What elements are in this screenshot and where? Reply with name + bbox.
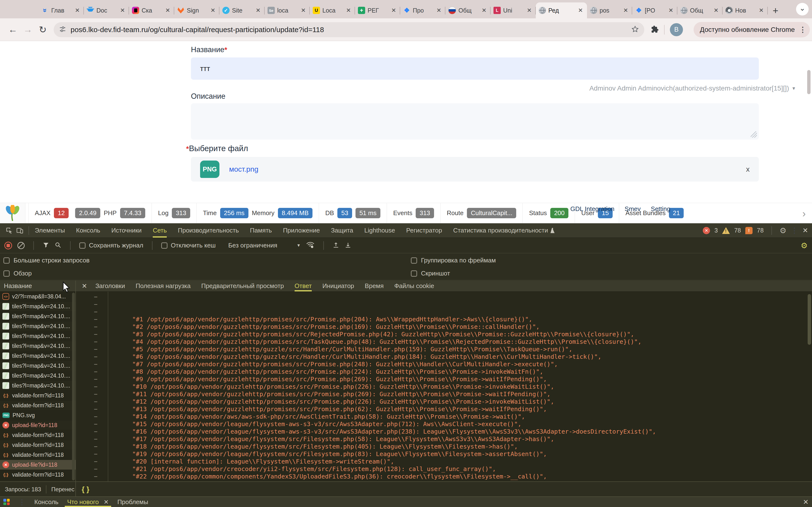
request-row[interactable]: validate-form?id=118 xyxy=(0,391,75,400)
request-list-scrollbar[interactable] xyxy=(72,293,75,481)
yii-logo-icon[interactable] xyxy=(0,203,26,223)
browser-tab[interactable]: Нов xyxy=(723,2,768,18)
fold-marker-icon[interactable] xyxy=(89,390,103,398)
export-har-icon[interactable] xyxy=(345,242,351,249)
extensions-icon[interactable] xyxy=(651,25,659,34)
detail-close-icon[interactable] xyxy=(82,282,87,290)
tab-close-icon[interactable] xyxy=(758,7,765,14)
tab-close-icon[interactable] xyxy=(254,7,262,14)
tab-close-icon[interactable] xyxy=(622,7,629,14)
request-row[interactable]: tiles?l=map&v=24.10.... xyxy=(0,351,75,361)
request-row[interactable]: validate-form?id=118 xyxy=(0,430,75,440)
reload-icon[interactable]: ↻ xyxy=(35,22,50,37)
tab-close-icon[interactable] xyxy=(209,7,216,14)
drawer-tab-whats-new[interactable]: Что нового xyxy=(67,497,109,507)
browser-tab[interactable]: Site xyxy=(219,2,265,18)
new-tab-button[interactable]: + xyxy=(768,3,783,18)
debug-panel-item[interactable]: Status xyxy=(522,203,547,223)
debug-panel-item[interactable]: PHP xyxy=(104,203,116,223)
debug-panel-item[interactable]: Time xyxy=(197,203,217,223)
fold-marker-icon[interactable] xyxy=(89,376,103,383)
debug-panel-item[interactable]: Events xyxy=(387,203,412,223)
tab-close-icon[interactable] xyxy=(712,7,720,14)
import-har-icon[interactable] xyxy=(333,242,339,249)
browser-tab[interactable]: pos xyxy=(587,2,632,18)
browser-menu-kebab-icon[interactable] xyxy=(799,25,806,34)
debug-panel-item[interactable]: 256 ms xyxy=(220,208,248,218)
overview-checkbox[interactable] xyxy=(3,270,10,277)
debug-panel-item[interactable]: Memory xyxy=(252,203,274,223)
tab-close-icon[interactable] xyxy=(300,7,307,14)
debug-link[interactable]: GDL Integration xyxy=(570,205,615,213)
fold-marker-icon[interactable] xyxy=(89,420,103,428)
debug-panel-item[interactable]: 7.4.33 xyxy=(120,208,145,218)
debug-panel-item[interactable]: 313 xyxy=(416,208,434,218)
detail-tab[interactable]: Предварительный просмотр xyxy=(201,281,284,291)
disable-cache-checkbox[interactable] xyxy=(161,242,167,249)
debug-panel-item[interactable]: 2.0.49 xyxy=(75,208,100,218)
request-row[interactable]: tiles?l=map&v=24.10.... xyxy=(0,381,75,391)
request-row[interactable]: validate-form?id=118 xyxy=(0,400,75,410)
browser-tab[interactable]: РЕГ xyxy=(355,2,400,18)
tab-search-chevron-icon[interactable] xyxy=(796,3,809,15)
detail-tab[interactable]: Полезная нагрузка xyxy=(136,281,191,291)
devtools-tab[interactable]: Статистика производительности xyxy=(453,223,555,237)
browser-tab[interactable]: Ска xyxy=(129,2,174,18)
detail-tab[interactable]: Файлы cookie xyxy=(394,281,434,291)
error-icon[interactable] xyxy=(703,227,710,234)
debug-link[interactable]: Smev xyxy=(625,205,641,213)
fold-marker-icon[interactable] xyxy=(89,435,103,443)
warning-icon[interactable] xyxy=(722,227,730,234)
name-input[interactable]: ттт xyxy=(191,57,759,80)
detail-tab[interactable]: Ответ xyxy=(295,281,312,291)
site-settings-icon[interactable] xyxy=(59,25,66,34)
browser-tab[interactable]: Loca xyxy=(310,2,355,18)
fold-marker-icon[interactable] xyxy=(89,345,103,353)
drawer-menu-kebab-icon[interactable] xyxy=(18,498,26,506)
devtools-tab[interactable]: Защита xyxy=(331,223,353,237)
fold-marker-icon[interactable] xyxy=(89,300,103,308)
forward-icon[interactable]: → xyxy=(20,22,35,37)
devtools-tab[interactable]: Сеть xyxy=(153,223,167,237)
fold-marker-icon[interactable] xyxy=(89,383,103,390)
screenshot-checkbox[interactable] xyxy=(411,270,417,277)
debug-panel-item[interactable]: Route xyxy=(440,203,463,223)
file-link[interactable]: мост.png xyxy=(229,165,258,173)
debug-panel-item[interactable]: DB xyxy=(319,203,334,223)
detail-tab[interactable]: Время xyxy=(365,281,384,291)
debug-panel-item[interactable]: 12 xyxy=(54,208,69,218)
debug-panel-item[interactable]: 200 xyxy=(550,208,568,218)
format-json-button[interactable] xyxy=(76,482,95,497)
fold-marker-icon[interactable] xyxy=(89,323,103,331)
address-bar[interactable]: pos6.lko-dev.fid-team.ru/og/cultural-cap… xyxy=(54,22,644,37)
devtools-tab[interactable]: Элементы xyxy=(35,223,65,237)
device-toolbar-icon[interactable] xyxy=(14,225,25,236)
response-scrollbar[interactable] xyxy=(808,294,811,345)
file-remove-button[interactable]: x xyxy=(746,165,750,173)
fold-marker-icon[interactable] xyxy=(89,465,103,473)
request-row[interactable]: tiles?l=map&v=24.10.... xyxy=(0,301,75,312)
big-request-rows-checkbox[interactable] xyxy=(3,258,10,264)
search-icon[interactable] xyxy=(55,242,61,249)
debug-panel-item[interactable]: 53 xyxy=(337,208,352,218)
devtools-tab[interactable]: Консоль xyxy=(76,223,100,237)
request-row[interactable]: tiles?l=map&v=24.10.... xyxy=(0,341,75,351)
fold-marker-icon[interactable] xyxy=(89,398,103,405)
avatar[interactable]: B xyxy=(670,23,683,36)
group-by-frame-checkbox[interactable] xyxy=(411,258,417,264)
request-row[interactable]: tiles?l=map&v=24.10.... xyxy=(0,312,75,321)
fold-marker-icon[interactable] xyxy=(89,473,103,480)
preserve-log-checkbox[interactable] xyxy=(79,242,86,249)
issues-icon[interactable] xyxy=(745,227,753,234)
fold-marker-icon[interactable] xyxy=(89,316,103,323)
browser-tab[interactable]: Uni xyxy=(491,2,536,18)
clear-network-log-icon[interactable] xyxy=(17,242,24,249)
request-row[interactable]: tiles?l=map&v=24.10.... xyxy=(0,361,75,371)
request-row[interactable]: PNG.svg xyxy=(0,410,75,420)
network-settings-gear-icon[interactable] xyxy=(801,241,808,250)
devtools-tab[interactable]: Регистратор xyxy=(406,223,442,237)
filter-icon[interactable] xyxy=(43,242,49,249)
debug-panel-item[interactable]: 51 ms xyxy=(355,208,380,218)
request-row[interactable]: validate-form?id=118 xyxy=(0,450,75,460)
inspect-element-icon[interactable] xyxy=(4,225,14,236)
